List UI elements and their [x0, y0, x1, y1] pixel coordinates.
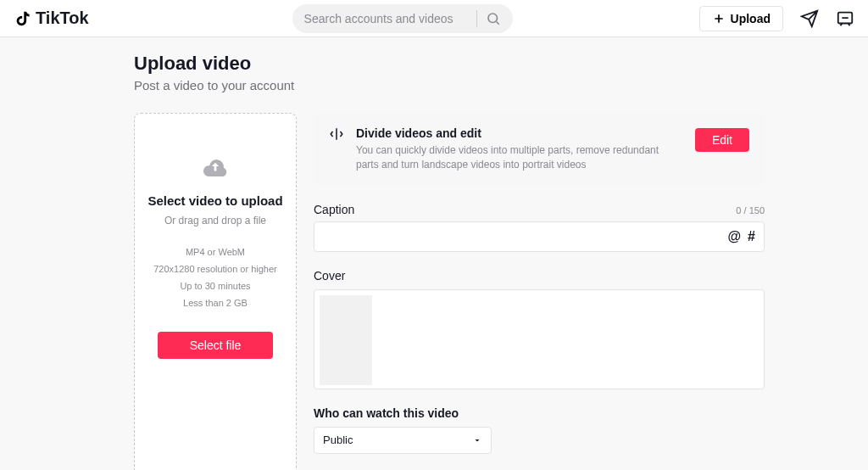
privacy-label: Who can watch this video: [314, 406, 765, 420]
cover-label: Cover: [314, 269, 765, 283]
upload-dropzone[interactable]: Select video to upload Or drag and drop …: [134, 113, 297, 470]
caption-field[interactable]: @ #: [314, 221, 765, 252]
mention-icon[interactable]: @: [727, 229, 741, 244]
hint-resolution: 720x1280 resolution or higher: [153, 264, 277, 274]
caption-count: 0 / 150: [736, 205, 765, 215]
upload-hints: MP4 or WebM 720x1280 resolution or highe…: [153, 247, 277, 308]
logo[interactable]: TikTok: [14, 8, 89, 28]
divide-title: Divide videos and edit: [356, 126, 683, 140]
divide-body: Divide videos and edit You can quickly d…: [356, 126, 683, 172]
divide-description: You can quickly divide videos into multi…: [356, 143, 661, 172]
search-bar[interactable]: [292, 4, 513, 33]
content: Upload video Post a video to your accoun…: [0, 37, 868, 470]
divide-card: Divide videos and edit You can quickly d…: [314, 113, 765, 186]
send-icon[interactable]: [800, 9, 819, 28]
split-icon: [329, 126, 344, 142]
cover-box[interactable]: [314, 289, 765, 389]
cloud-upload-icon: [201, 154, 230, 178]
upload-button[interactable]: Upload: [699, 6, 783, 31]
inbox-icon[interactable]: [836, 9, 854, 28]
select-file-button[interactable]: Select file: [158, 332, 273, 359]
svg-point-0: [488, 14, 498, 23]
edit-button[interactable]: Edit: [695, 128, 749, 152]
upload-label: Upload: [731, 12, 771, 25]
cover-thumbnail[interactable]: [320, 295, 372, 385]
upload-title: Select video to upload: [147, 193, 282, 208]
hint-format: MP4 or WebM: [153, 247, 277, 257]
privacy-select[interactable]: Public: [314, 427, 492, 454]
hashtag-icon[interactable]: #: [748, 229, 755, 244]
caption-label: Caption: [314, 203, 354, 216]
header-right: Upload: [699, 6, 854, 31]
header: TikTok Upload: [0, 0, 868, 37]
brand-name: TikTok: [36, 8, 89, 28]
page-subtitle: Post a video to your account: [134, 78, 868, 92]
main-row: Select video to upload Or drag and drop …: [134, 113, 868, 470]
hint-duration: Up to 30 minutes: [153, 281, 277, 291]
search-input[interactable]: [304, 12, 468, 25]
upload-subtitle: Or drag and drop a file: [164, 215, 266, 227]
caption-icons: @ #: [727, 229, 755, 244]
right-column: Divide videos and edit You can quickly d…: [314, 113, 765, 470]
search-icon[interactable]: [486, 11, 501, 26]
chevron-down-icon: [472, 435, 482, 445]
privacy-selected: Public: [323, 434, 353, 446]
search-divider: [476, 10, 477, 27]
plus-icon: [712, 12, 726, 25]
tiktok-icon: [14, 9, 32, 28]
caption-input[interactable]: [323, 230, 727, 243]
page-title: Upload video: [134, 53, 868, 75]
hint-size: Less than 2 GB: [153, 298, 277, 308]
caption-header: Caption 0 / 150: [314, 203, 765, 216]
